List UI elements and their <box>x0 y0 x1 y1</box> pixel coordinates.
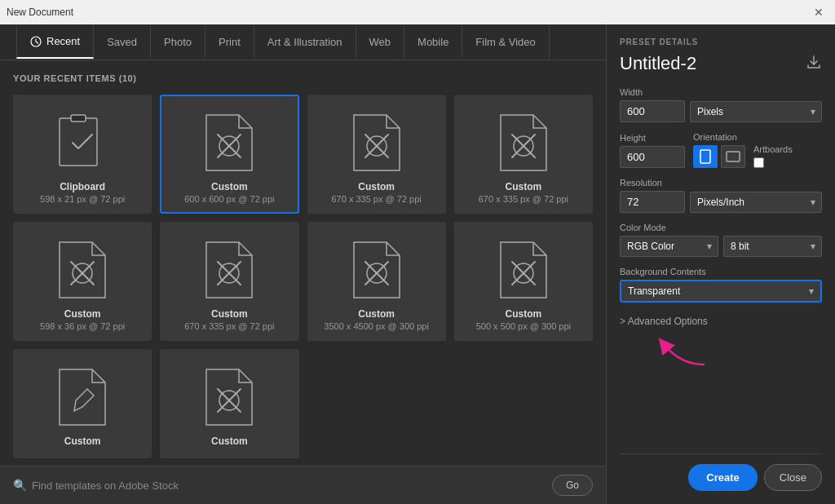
list-item[interactable]: Custom <box>13 349 152 458</box>
doc-item-name: Custom <box>506 308 542 320</box>
close-window-button[interactable]: ✕ <box>809 4 828 20</box>
left-panel: Recent Saved Photo Print Art & Illustrat… <box>0 24 607 504</box>
recent-header: YOUR RECENT ITEMS (10) <box>13 73 593 83</box>
width-unit-select[interactable]: Pixels Inches Centimeters Millimeters Po… <box>690 101 822 122</box>
background-label: Background Contents <box>620 267 822 276</box>
landscape-button[interactable] <box>721 145 745 168</box>
tab-print[interactable]: Print <box>205 26 254 58</box>
list-item[interactable]: Custom 598 x 36 px @ 72 ppi <box>13 222 152 341</box>
tab-mobile[interactable]: Mobile <box>404 26 462 58</box>
download-icon[interactable] <box>806 54 822 74</box>
tab-film[interactable]: Film & Video <box>462 26 549 58</box>
doc-item-size: 598 x 36 px @ 72 ppi <box>40 321 125 331</box>
color-mode-select-wrapper: RGB Color CMYK Color Lab Color Grayscale… <box>620 236 718 257</box>
orientation-label: Orientation <box>693 132 745 142</box>
doc-item-name: Custom <box>211 435 248 447</box>
tab-web-label: Web <box>369 36 391 48</box>
doc-item-name: Custom <box>64 308 101 320</box>
doc-icon <box>201 364 258 429</box>
resolution-unit-select[interactable]: Pixels/Inch Pixels/Centimeter <box>690 192 822 213</box>
artboards-checkbox[interactable] <box>753 157 764 168</box>
list-item[interactable]: Custom 670 x 335 px @ 72 ppi <box>160 222 298 341</box>
tab-web[interactable]: Web <box>356 26 405 58</box>
advanced-options-toggle[interactable]: > Advanced Options <box>620 316 822 327</box>
list-item[interactable]: Custom 670 x 335 px @ 72 ppi <box>307 95 446 214</box>
height-label: Height <box>620 133 685 143</box>
tab-photo[interactable]: Photo <box>151 26 205 58</box>
preset-title-row: Untitled-2 <box>620 53 822 74</box>
tab-mobile-label: Mobile <box>418 36 448 48</box>
go-button[interactable]: Go <box>552 475 593 496</box>
tab-art[interactable]: Art & Illustration <box>254 26 356 58</box>
search-input[interactable] <box>32 480 544 492</box>
resolution-field-row: Resolution Pixels/Inch Pixels/Centimeter <box>620 178 822 213</box>
width-input[interactable] <box>620 100 685 122</box>
search-icon: 🔍 <box>13 479 27 492</box>
width-label: Width <box>620 87 822 97</box>
list-item[interactable]: Custom <box>160 349 298 458</box>
doc-item-size: 670 x 335 px @ 72 ppi <box>184 321 274 331</box>
tab-saved[interactable]: Saved <box>94 26 151 58</box>
doc-icon <box>54 364 111 429</box>
portrait-button[interactable] <box>693 145 718 168</box>
svg-line-24 <box>76 391 86 400</box>
color-mode-field-row: Color Mode RGB Color CMYK Color Lab Colo… <box>620 223 822 257</box>
tab-photo-label: Photo <box>164 36 192 48</box>
background-field-row: Background Contents Transparent White Ba… <box>620 267 822 303</box>
main-container: Recent Saved Photo Print Art & Illustrat… <box>0 24 835 504</box>
list-item[interactable]: Custom 600 x 600 px @ 72 ppi <box>160 95 298 214</box>
color-mode-select[interactable]: RGB Color CMYK Color Lab Color Grayscale… <box>620 236 718 257</box>
doc-icon <box>495 237 552 302</box>
doc-item-name: Custom <box>358 181 395 192</box>
color-mode-label: Color Mode <box>620 223 822 232</box>
width-field-row: Width Pixels Inches Centimeters Millimet… <box>620 87 822 122</box>
recent-section: YOUR RECENT ITEMS (10) Clipboard 598 x 2… <box>0 60 606 466</box>
resolution-input-row: Pixels/Inch Pixels/Centimeter <box>620 191 822 213</box>
svg-rect-29 <box>700 150 710 163</box>
svg-rect-2 <box>71 115 86 122</box>
resolution-input[interactable] <box>620 191 685 213</box>
width-unit-select-wrapper: Pixels Inches Centimeters Millimeters Po… <box>690 101 822 122</box>
artboards-checkbox-wrap <box>753 157 793 168</box>
doc-icon <box>348 237 405 302</box>
height-input[interactable] <box>620 146 685 168</box>
artboards-label: Artboards <box>753 144 793 154</box>
right-panel: PRESET DETAILS Untitled-2 Width Pixels I… <box>607 24 835 504</box>
list-item[interactable]: Custom 500 x 500 px @ 300 ppi <box>454 222 593 341</box>
doc-item-name: Custom <box>358 308 395 320</box>
list-item[interactable]: Clipboard 598 x 21 px @ 72 ppi <box>13 95 152 214</box>
background-select-wrapper: Transparent White Background Color Black… <box>620 280 822 303</box>
doc-icon <box>54 237 111 302</box>
bit-depth-select[interactable]: 8 bit 16 bit 32 bit <box>723 236 822 257</box>
svg-rect-1 <box>60 118 97 166</box>
doc-item-size: 500 x 500 px @ 300 ppi <box>476 321 571 331</box>
tab-film-label: Film & Video <box>475 36 535 48</box>
doc-item-name: Custom <box>211 181 248 192</box>
resolution-unit-select-wrapper: Pixels/Inch Pixels/Centimeter <box>690 192 822 213</box>
create-button[interactable]: Create <box>688 464 757 491</box>
preset-title: Untitled-2 <box>620 53 696 74</box>
close-button[interactable]: Close <box>764 464 822 491</box>
doc-item-name: Custom <box>64 435 101 447</box>
items-grid: Clipboard 598 x 21 px @ 72 ppi <box>13 95 593 458</box>
background-input-row: Transparent White Background Color Black… <box>620 280 822 303</box>
doc-item-size: 598 x 21 px @ 72 ppi <box>40 194 125 204</box>
title-bar: New Document ✕ <box>0 0 835 24</box>
list-item[interactable]: Custom 670 x 335 px @ 72 ppi <box>454 95 593 214</box>
clock-icon <box>30 36 42 47</box>
doc-icon <box>201 109 258 175</box>
advanced-options-label: > Advanced Options <box>620 316 708 327</box>
tab-recent[interactable]: Recent <box>16 25 94 59</box>
tab-art-label: Art & Illustration <box>267 36 342 48</box>
background-select[interactable]: Transparent White Background Color Black… <box>621 281 820 301</box>
window-title: New Document <box>7 7 73 18</box>
svg-rect-30 <box>727 152 740 161</box>
doc-icon <box>201 237 258 302</box>
width-input-row: Pixels Inches Centimeters Millimeters Po… <box>620 100 822 122</box>
tab-print-label: Print <box>219 36 241 48</box>
doc-item-size: 670 x 335 px @ 72 ppi <box>332 194 422 204</box>
search-input-wrap: 🔍 <box>13 479 544 492</box>
doc-item-size: 600 x 600 px @ 72 ppi <box>184 194 274 204</box>
list-item[interactable]: Custom 3500 x 4500 px @ 300 ppi <box>307 222 446 341</box>
tabs-bar: Recent Saved Photo Print Art & Illustrat… <box>0 24 606 60</box>
